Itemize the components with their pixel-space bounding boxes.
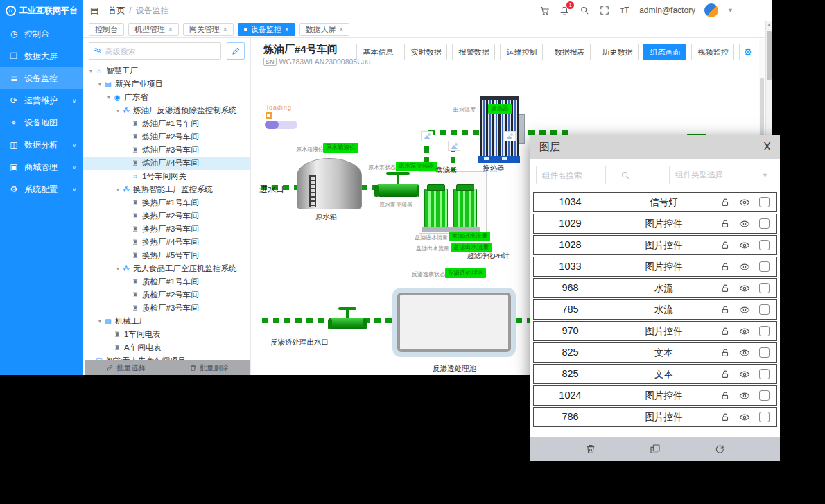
unlock-icon[interactable] <box>720 412 730 422</box>
cart-icon[interactable] <box>539 5 550 16</box>
avatar[interactable] <box>704 3 718 17</box>
checkbox[interactable] <box>759 347 770 358</box>
checkbox[interactable] <box>759 261 770 272</box>
trash-icon[interactable] <box>585 444 596 455</box>
tree-caret-icon[interactable]: ▾ <box>96 81 103 87</box>
unlock-icon[interactable] <box>720 327 730 336</box>
unlock-icon[interactable] <box>720 348 730 358</box>
eye-icon[interactable] <box>739 326 750 337</box>
search-button[interactable] <box>605 166 645 184</box>
sidebar-item-7[interactable]: ▣商城管理∨ <box>0 156 83 178</box>
sidebar-item-4[interactable]: ⟳运营维护∨ <box>0 89 83 112</box>
tree-node[interactable]: ♜1车间电表 <box>83 328 250 341</box>
eye-icon[interactable] <box>739 369 750 380</box>
checkbox[interactable] <box>759 240 770 250</box>
eye-icon[interactable] <box>739 261 750 272</box>
eye-icon[interactable] <box>739 218 750 229</box>
tree-node[interactable]: ▾⌂智慧工厂 <box>83 64 250 78</box>
collapse-menu-icon[interactable]: ▤ <box>90 6 98 16</box>
eye-icon[interactable] <box>739 347 750 358</box>
tree-caret-icon[interactable]: ▾ <box>114 266 121 272</box>
tab-3[interactable]: 网关管理× <box>183 23 234 36</box>
close-icon[interactable]: × <box>340 26 344 33</box>
tab-1[interactable]: 控制台 <box>89 23 124 36</box>
fullscreen-icon[interactable] <box>599 5 610 16</box>
tree-node[interactable]: ♜质检厂#3号车间 <box>83 302 250 315</box>
refresh-icon[interactable] <box>714 444 725 455</box>
tree-node[interactable]: ♜炼油厂#2号车间 <box>83 130 250 144</box>
unlock-icon[interactable] <box>720 198 730 207</box>
tree-caret-icon[interactable]: ▾ <box>96 318 103 324</box>
eye-icon[interactable] <box>739 412 750 423</box>
eye-icon[interactable] <box>739 197 750 208</box>
sidebar-item-1[interactable]: ◷控制台 <box>0 23 83 45</box>
tree-node[interactable]: ♜换热厂#2号车间 <box>83 209 250 223</box>
chevron-down-icon[interactable]: ▼ <box>727 7 733 14</box>
layers-panel-header[interactable]: 图层 X <box>530 135 780 159</box>
checkbox[interactable] <box>759 390 770 401</box>
layers-table-row[interactable]: 968水流 <box>533 278 777 298</box>
eye-icon[interactable] <box>739 390 750 401</box>
eye-icon[interactable] <box>739 240 750 251</box>
unlock-icon[interactable] <box>720 391 730 401</box>
tree-node[interactable]: ▾⁂无人食品工厂空压机监控系统 <box>83 262 250 275</box>
tree-edit-button[interactable] <box>227 42 245 60</box>
checkbox[interactable] <box>759 283 770 293</box>
layers-table-row[interactable]: 1034信号灯 <box>533 192 777 212</box>
checkbox[interactable] <box>759 304 770 315</box>
eye-icon[interactable] <box>739 283 750 294</box>
sidebar-item-6[interactable]: ◫数据分析∨ <box>0 134 83 156</box>
component-type-select[interactable]: 组件类型选择 ▼ <box>669 166 774 184</box>
action-button-5[interactable]: 数据报表 <box>548 44 591 60</box>
tab-4[interactable]: 设备监控× <box>238 23 295 36</box>
batch-delete-button[interactable]: 批量删除 <box>189 363 229 373</box>
layers-table-row[interactable]: 825文本 <box>533 342 777 363</box>
action-button-3[interactable]: 报警数据 <box>452 44 495 60</box>
layers-table-row[interactable]: 825文本 <box>533 364 777 384</box>
unlock-icon[interactable] <box>720 370 730 379</box>
tree-caret-icon[interactable]: ▾ <box>114 186 121 193</box>
tree-node[interactable]: ▾⁂换热智能工厂监控系统 <box>83 183 250 196</box>
valve[interactable] <box>377 172 419 197</box>
layers-table-row[interactable]: 785水流 <box>533 299 777 320</box>
unlock-icon[interactable] <box>720 241 730 250</box>
checkbox[interactable] <box>759 369 770 379</box>
ro-treatment-pool[interactable] <box>392 288 516 357</box>
tree-node[interactable]: ♜炼油厂#1号车间 <box>83 117 250 130</box>
valve[interactable] <box>331 307 364 329</box>
tree-node[interactable]: ▾▤智能无人生产车间项目 <box>83 354 250 360</box>
tree-node[interactable]: ♜质检厂#2号车间 <box>83 288 250 302</box>
bell-icon[interactable]: 1 <box>559 5 570 16</box>
checkbox[interactable] <box>759 197 770 207</box>
tree-node[interactable]: ♜换热厂#5号车间 <box>83 249 250 262</box>
tree-node[interactable]: ▾▤新兴产业项目 <box>83 78 250 91</box>
search-icon[interactable] <box>579 5 590 16</box>
tree-caret-icon[interactable]: ▾ <box>87 68 94 74</box>
tree-node[interactable]: ⌗1号车间网关 <box>83 170 250 183</box>
layers-table-row[interactable]: 1024图片控件 <box>533 385 777 406</box>
tree-caret-icon[interactable]: ▾ <box>114 107 121 114</box>
action-button-8[interactable]: 视频监控 <box>691 44 734 60</box>
tab-2[interactable]: 机型管理× <box>128 23 179 36</box>
unlock-icon[interactable] <box>720 219 730 229</box>
tree-caret-icon[interactable]: ▾ <box>105 94 112 101</box>
action-button-2[interactable]: 实时数据 <box>404 44 447 60</box>
checkbox[interactable] <box>759 412 770 422</box>
checkbox[interactable] <box>759 218 770 229</box>
tree-node[interactable]: ▾⁂炼油厂反渗透预除盐控制系统 <box>83 104 250 117</box>
close-icon[interactable]: × <box>168 26 173 33</box>
eye-icon[interactable] <box>739 304 750 315</box>
layers-table-row[interactable]: 1033图片控件 <box>533 257 777 277</box>
sidebar-item-2[interactable]: ❐数据大屏 <box>0 45 83 67</box>
copy-icon[interactable] <box>650 444 661 455</box>
layers-table-row[interactable]: 786图片控件 <box>533 407 777 427</box>
tree-node[interactable]: ♜换热厂#3号车间 <box>83 223 250 236</box>
font-size-icon[interactable]: тT <box>619 5 630 16</box>
user-name[interactable]: admin@factory <box>639 6 695 15</box>
tree-node[interactable]: ♜质检厂#1号车间 <box>83 275 250 288</box>
action-button-4[interactable]: 运维控制 <box>500 44 543 60</box>
raw-water-tank[interactable] <box>297 158 362 209</box>
unlock-icon[interactable] <box>720 284 730 293</box>
action-button-7[interactable]: 组态画面 <box>643 44 686 60</box>
action-button-1[interactable]: 基本信息 <box>356 44 399 60</box>
